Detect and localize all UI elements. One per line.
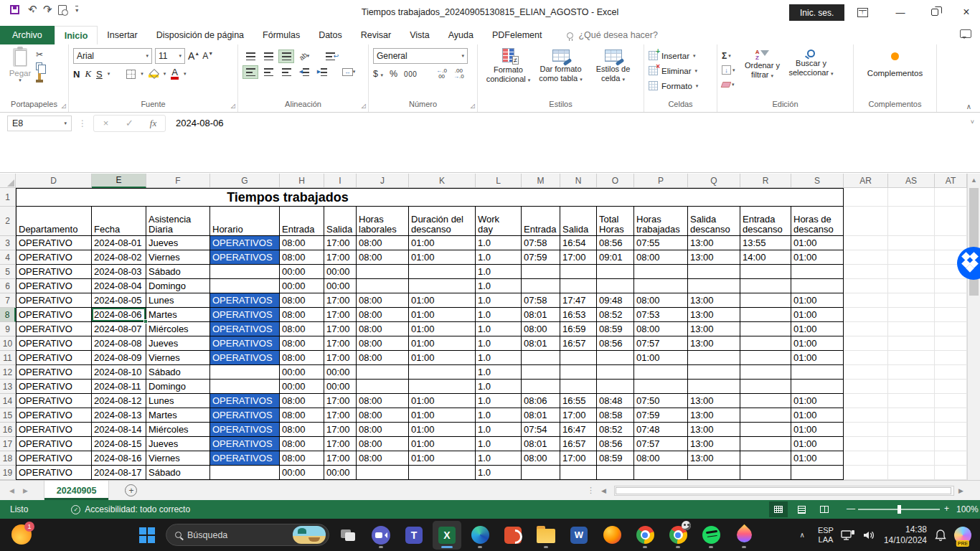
cell[interactable]: [844, 236, 888, 250]
cell-D7[interactable]: OPERATIVO: [16, 293, 92, 308]
cell-H16[interactable]: 08:00: [280, 423, 324, 437]
cell-L13[interactable]: 1.0: [476, 380, 522, 394]
cell-G16[interactable]: OPERATIVOS: [210, 423, 280, 437]
cell-E5[interactable]: 2024-08-03: [92, 265, 146, 279]
cell-F5[interactable]: Sábado: [146, 265, 210, 279]
cell-Q13[interactable]: [688, 380, 740, 394]
align-left-button[interactable]: [242, 65, 258, 79]
cell-N18[interactable]: 17:00: [560, 451, 597, 466]
cell-S4[interactable]: 01:00: [791, 250, 844, 265]
cell-N4[interactable]: 17:00: [560, 250, 597, 265]
cell-O4[interactable]: 09:01: [597, 250, 634, 265]
cell-N12[interactable]: [560, 365, 597, 380]
chrome-button[interactable]: [631, 521, 659, 550]
excel-button[interactable]: X: [433, 521, 461, 550]
cell-E17[interactable]: 2024-08-15: [92, 437, 146, 451]
column-header-E[interactable]: E: [92, 174, 146, 188]
chrome-profile-button[interactable]: [664, 521, 692, 550]
cell[interactable]: [935, 466, 967, 480]
header-cell-I2[interactable]: Salida: [324, 207, 357, 236]
cell-M11[interactable]: [522, 351, 560, 365]
cell[interactable]: [888, 466, 935, 480]
cell[interactable]: [935, 451, 967, 466]
cell-D3[interactable]: OPERATIVO: [16, 236, 92, 250]
cell-R6[interactable]: [740, 279, 791, 293]
cell-Q10[interactable]: 13:00: [688, 336, 740, 351]
language-indicator[interactable]: ESPLAA: [818, 526, 834, 545]
page-layout-view-button[interactable]: [792, 501, 811, 517]
fill-button[interactable]: ↓▾: [722, 64, 735, 76]
cell-K6[interactable]: [409, 279, 476, 293]
cell-G6[interactable]: [210, 279, 280, 293]
row-header-7[interactable]: 7: [0, 293, 16, 308]
column-header-H[interactable]: H: [280, 174, 324, 188]
horizontal-scrollbar[interactable]: [614, 486, 954, 496]
autosum-button[interactable]: Σ▾: [722, 50, 735, 62]
zoom-out-button[interactable]: —: [847, 504, 855, 514]
cell-R16[interactable]: [740, 423, 791, 437]
cell-E8[interactable]: 2024-08-06: [92, 308, 146, 322]
tab-insertar[interactable]: Insertar: [98, 26, 146, 44]
cell[interactable]: [888, 308, 935, 322]
column-header-P[interactable]: P: [634, 174, 688, 188]
tab-vista[interactable]: Vista: [400, 26, 439, 44]
cell-L4[interactable]: 1.0: [476, 250, 522, 265]
cell-H10[interactable]: 08:00: [280, 336, 324, 351]
fill-chevron-icon[interactable]: ▾: [164, 71, 166, 77]
cell-R9[interactable]: [740, 322, 791, 336]
cell-R18[interactable]: [740, 451, 791, 466]
row-header-6[interactable]: 6: [0, 279, 16, 293]
cell-G15[interactable]: OPERATIVOS: [210, 408, 280, 423]
cell-S13[interactable]: [791, 380, 844, 394]
align-center-button[interactable]: [260, 65, 276, 79]
cell-R19[interactable]: [740, 466, 791, 480]
cell-G17[interactable]: OPERATIVOS: [210, 437, 280, 451]
hscroll-left-icon[interactable]: ◀: [601, 487, 606, 494]
cell-J15[interactable]: 08:00: [357, 408, 409, 423]
merge-center-button[interactable]: ↔▾: [341, 65, 357, 79]
cell-P11[interactable]: 01:00: [634, 351, 688, 365]
cell-O10[interactable]: 08:56: [597, 336, 634, 351]
cell-F6[interactable]: Domingo: [146, 279, 210, 293]
cell-G8[interactable]: OPERATIVOS: [210, 308, 280, 322]
clear-button[interactable]: ▾: [722, 78, 735, 90]
cell[interactable]: [844, 380, 888, 394]
cell-M5[interactable]: [522, 265, 560, 279]
cell-H18[interactable]: 08:00: [280, 451, 324, 466]
cell[interactable]: [935, 351, 967, 365]
cell-S18[interactable]: 01:00: [791, 451, 844, 466]
cell-P17[interactable]: 07:57: [634, 437, 688, 451]
underline-chevron-icon[interactable]: ▾: [108, 71, 110, 77]
cell-K11[interactable]: 01:00: [409, 351, 476, 365]
cell-D19[interactable]: OPERATIVO: [16, 466, 92, 480]
cell-P5[interactable]: [634, 265, 688, 279]
cell-J7[interactable]: 08:00: [357, 293, 409, 308]
cell-G7[interactable]: OPERATIVOS: [210, 293, 280, 308]
minimize-button[interactable]: —: [888, 3, 913, 22]
cell-I11[interactable]: 17:00: [324, 351, 357, 365]
cell-O11[interactable]: [597, 351, 634, 365]
row-header-15[interactable]: 15: [0, 408, 16, 423]
header-cell-O2[interactable]: Total Horas: [597, 207, 634, 236]
cell-F14[interactable]: Lunes: [146, 394, 210, 408]
restore-button[interactable]: [923, 3, 947, 22]
cell[interactable]: [935, 322, 967, 336]
zoom-percentage[interactable]: 100%: [956, 504, 979, 514]
wrap-text-button[interactable]: ↩: [324, 50, 340, 63]
cell-S10[interactable]: 01:00: [791, 336, 844, 351]
header-cell-K2[interactable]: Duración del descanso: [409, 207, 476, 236]
cell-N13[interactable]: [560, 380, 597, 394]
underline-button[interactable]: S: [96, 69, 103, 80]
cell-O6[interactable]: [597, 279, 634, 293]
cell-Q18[interactable]: 13:00: [688, 451, 740, 466]
cell[interactable]: [888, 236, 935, 250]
row-header-5[interactable]: 5: [0, 265, 16, 279]
new-sheet-button[interactable]: +: [125, 484, 137, 496]
sign-in-button[interactable]: Inic. ses.: [789, 4, 844, 21]
cell-P7[interactable]: 08:00: [634, 293, 688, 308]
cell-K16[interactable]: 01:00: [409, 423, 476, 437]
cell-K12[interactable]: [409, 365, 476, 380]
cell-Q17[interactable]: 13:00: [688, 437, 740, 451]
cell[interactable]: [888, 293, 935, 308]
cell-P16[interactable]: 07:48: [634, 423, 688, 437]
